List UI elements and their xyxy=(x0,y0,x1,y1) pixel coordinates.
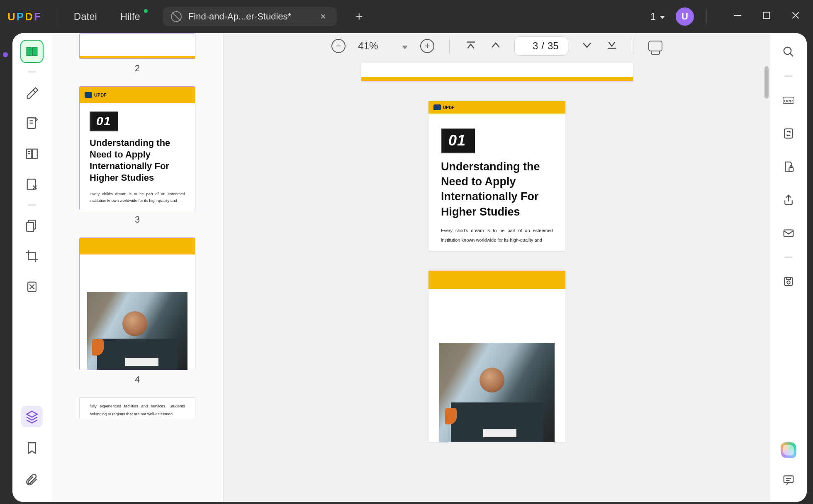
app-logo: UPDF xyxy=(7,10,51,23)
separator xyxy=(28,204,36,206)
tab-unsaved-icon xyxy=(171,11,182,22)
window-controls xyxy=(719,11,806,22)
ai-assistant-button[interactable] xyxy=(781,442,796,458)
document-scroll-area[interactable]: UPDF 01 Understanding the Need to Apply … xyxy=(224,59,770,502)
zoom-dropdown-icon[interactable] xyxy=(402,40,408,52)
right-toolbar-bottom xyxy=(779,442,798,502)
tool-reader[interactable] xyxy=(21,41,43,62)
thumbnail-label: 3 xyxy=(61,214,213,225)
separator xyxy=(449,38,450,54)
titlebar-right: 1 U xyxy=(650,7,806,26)
left-toolbar xyxy=(12,33,51,502)
tab-close-button[interactable]: × xyxy=(318,11,329,22)
new-tab-button[interactable]: + xyxy=(352,10,367,24)
svg-text:OCR: OCR xyxy=(784,99,793,103)
svg-rect-1 xyxy=(764,12,770,19)
separator xyxy=(706,10,707,24)
section-paragraph: Every child's dream is to be part of an … xyxy=(441,226,553,245)
thumbnail-page-4[interactable] xyxy=(79,237,195,370)
edge-indicator-dot xyxy=(3,52,8,57)
document-tab[interactable]: Find-and-Ap...er-Studies* × xyxy=(163,7,337,26)
document-page-3[interactable]: UPDF 01 Understanding the Need to Apply … xyxy=(428,101,565,251)
tool-layers[interactable] xyxy=(21,406,43,427)
tool-crop[interactable] xyxy=(21,245,43,267)
tool-edit[interactable] xyxy=(21,174,43,195)
share-button[interactable] xyxy=(779,190,798,209)
menu-file[interactable]: Datei xyxy=(65,7,106,26)
protect-button[interactable] xyxy=(779,157,798,176)
user-avatar[interactable]: U xyxy=(676,7,694,26)
svg-rect-19 xyxy=(784,129,793,138)
document-page-2[interactable] xyxy=(361,63,633,81)
tool-attachment[interactable] xyxy=(21,469,43,490)
first-page-button[interactable] xyxy=(465,39,477,53)
tool-organize[interactable] xyxy=(21,215,43,236)
presentation-icon xyxy=(648,41,662,51)
section-number-badge: 01 xyxy=(441,128,475,153)
thumbnail-photo xyxy=(87,292,187,370)
update-indicator-dot xyxy=(144,9,148,13)
document-page-4[interactable] xyxy=(428,271,565,442)
separator xyxy=(28,71,36,73)
separator xyxy=(784,75,793,77)
convert-button[interactable] xyxy=(779,124,798,143)
menu-help[interactable]: Hilfe xyxy=(111,7,149,26)
vertical-scrollbar[interactable] xyxy=(764,66,769,99)
section-paragraph: Every child's dream is to be part of an … xyxy=(90,191,185,204)
ocr-button[interactable]: OCR xyxy=(779,91,798,110)
section-heading: Understanding the Need to Apply Internat… xyxy=(90,137,185,184)
tool-pages[interactable] xyxy=(21,143,43,165)
section-number-badge: 01 xyxy=(90,111,118,131)
tool-annotate[interactable] xyxy=(21,112,43,134)
close-window-button[interactable] xyxy=(790,11,801,22)
thumbnail-label: 4 xyxy=(61,374,213,385)
page-separator: / xyxy=(541,40,544,52)
window-counter-value: 1 xyxy=(650,11,656,22)
left-toolbar-bottom xyxy=(21,406,43,502)
separator xyxy=(784,257,793,258)
right-toolbar: OCR xyxy=(770,33,807,502)
comment-button[interactable] xyxy=(779,470,798,489)
window-counter[interactable]: 1 xyxy=(650,11,665,22)
prev-page-button[interactable] xyxy=(489,39,502,53)
search-button[interactable] xyxy=(779,42,798,61)
svg-rect-6 xyxy=(32,149,37,159)
zoom-level[interactable]: 41% xyxy=(358,40,408,52)
zoom-in-button[interactable]: + xyxy=(420,39,434,53)
svg-rect-21 xyxy=(784,230,794,237)
email-button[interactable] xyxy=(779,223,798,242)
tool-bookmark[interactable] xyxy=(21,437,43,459)
svg-rect-11 xyxy=(27,223,34,231)
next-page-button[interactable] xyxy=(581,39,593,53)
page-number-input[interactable] xyxy=(524,40,538,52)
tool-redact[interactable] xyxy=(21,276,43,298)
zoom-out-button[interactable]: − xyxy=(331,39,346,53)
maximize-button[interactable] xyxy=(761,11,772,22)
section-heading: Understanding the Need to Apply Internat… xyxy=(441,159,553,219)
svg-line-16 xyxy=(790,53,794,57)
thumbnail-page-5[interactable]: fully experienced facilities and service… xyxy=(79,397,195,418)
chevron-down-icon xyxy=(658,11,665,22)
page-total: 35 xyxy=(548,40,559,52)
separator xyxy=(633,38,633,54)
view-toolbar: − 41% + / 35 xyxy=(224,33,770,59)
zoom-value: 41% xyxy=(358,40,378,52)
main-document-view: − 41% + / 35 xyxy=(224,33,770,502)
doc-header-logo: UPDF xyxy=(85,92,107,98)
doc-header-logo: UPDF xyxy=(433,104,454,110)
titlebar: UPDF Datei Hilfe Find-and-Ap...er-Studie… xyxy=(0,0,813,33)
thumbnail-page-3[interactable]: UPDF 01 Understanding the Need to Apply … xyxy=(79,86,195,210)
save-button[interactable] xyxy=(779,272,798,291)
document-photo xyxy=(439,343,555,442)
svg-rect-25 xyxy=(784,476,794,482)
separator xyxy=(58,10,58,24)
presentation-button[interactable] xyxy=(648,41,662,51)
menu-help-label: Hilfe xyxy=(120,11,140,22)
minimize-button[interactable] xyxy=(732,11,743,22)
thumbnail-page-2[interactable] xyxy=(79,33,195,59)
tab-title: Find-and-Ap...er-Studies* xyxy=(188,11,311,22)
last-page-button[interactable] xyxy=(606,39,618,53)
svg-point-15 xyxy=(784,47,791,55)
page-number-box[interactable]: / 35 xyxy=(514,36,568,56)
tool-highlighter[interactable] xyxy=(21,82,43,103)
